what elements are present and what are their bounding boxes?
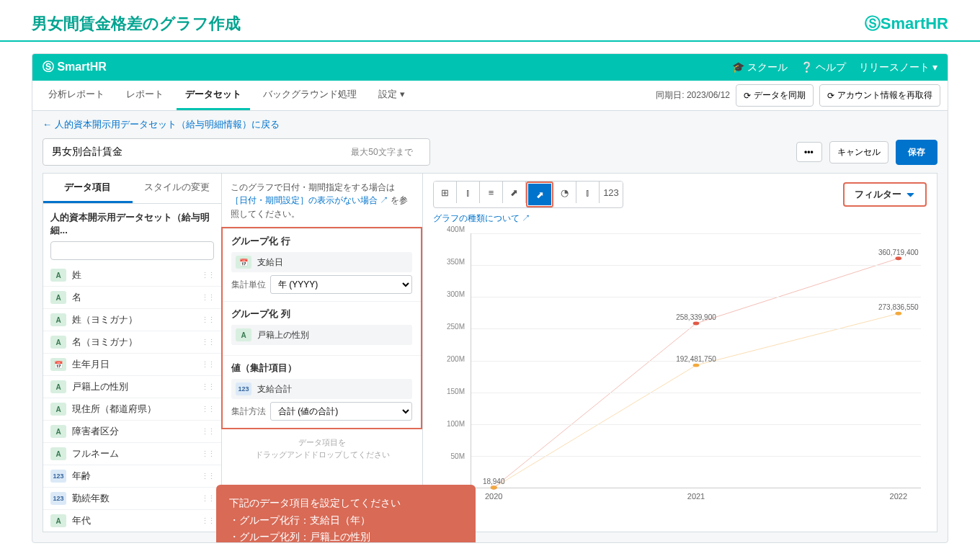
text-type-icon: A <box>50 380 66 393</box>
svg-point-5 <box>895 312 901 315</box>
field-row[interactable]: A現住所（都道府県）⋮⋮ <box>43 398 221 420</box>
field-label: 現住所（都道府県） <box>72 403 201 416</box>
save-button[interactable]: 保存 <box>896 140 937 165</box>
field-label: 年齢 <box>72 470 201 483</box>
field-row[interactable]: A障害者区分⋮⋮ <box>43 420 221 442</box>
field-search-input[interactable] <box>50 241 214 260</box>
y-tick: 200M <box>447 355 465 363</box>
y-tick: 250M <box>447 323 465 331</box>
group-col-title: グループ化 列 <box>231 308 412 321</box>
drag-grip-icon[interactable]: ⋮⋮ <box>201 293 214 303</box>
field-row[interactable]: 📅生年月日⋮⋮ <box>43 353 221 375</box>
topbar-help[interactable]: ❔ ヘルプ <box>801 61 846 74</box>
topbar-logo[interactable]: Ⓢ SmartHR <box>43 60 107 75</box>
filter-icon: ⏷ <box>906 189 915 200</box>
text-type-icon: A <box>50 425 66 438</box>
sync-date-label: 同期日: 2023/06/12 <box>656 89 730 102</box>
drag-grip-icon[interactable]: ⋮⋮ <box>201 315 214 325</box>
brand-logo: ⓈSmartHR <box>865 13 948 35</box>
drag-grip-icon[interactable]: ⋮⋮ <box>201 494 214 503</box>
field-row[interactable]: A姓⋮⋮ <box>43 264 221 286</box>
text-type-icon: A <box>50 269 66 282</box>
text-type-icon: A <box>50 447 66 460</box>
field-label: 生年月日 <box>72 358 201 371</box>
main-tab-2[interactable]: データセット <box>177 81 250 110</box>
topbar-school[interactable]: 🎓 スクール <box>732 61 788 74</box>
field-label: 姓（ヨミガナ） <box>72 313 201 326</box>
drag-grip-icon[interactable]: ⋮⋮ <box>201 405 214 414</box>
subtab-1[interactable]: スタイルの変更 <box>133 174 222 203</box>
value-chip[interactable]: 123支給合計 <box>231 379 412 399</box>
data-label: 192,481,750 <box>676 355 716 363</box>
data-label: 18,940 <box>483 478 505 485</box>
chart-type-btn-7[interactable]: 123 <box>600 182 623 203</box>
unit-label: 集計単位 <box>231 279 266 290</box>
main-tab-1[interactable]: レポート <box>117 81 172 110</box>
main-tab-3[interactable]: バックグラウンド処理 <box>254 81 365 110</box>
drag-grip-icon[interactable]: ⋮⋮ <box>201 338 214 347</box>
chart-type-help-link[interactable]: グラフの種類について ↗ <box>433 212 927 225</box>
dropzone-hint: データ項目をドラッグアンドドロップしてください <box>222 429 422 463</box>
drag-grip-icon[interactable]: ⋮⋮ <box>201 472 214 481</box>
y-tick: 300M <box>447 290 465 298</box>
chart-type-btn-5[interactable]: ◔ <box>553 182 576 203</box>
unit-select[interactable]: 年 (YYYY) <box>270 275 412 294</box>
title-char-hint: 最大50文字まで <box>351 146 412 158</box>
x-tick: 2022 <box>890 492 907 501</box>
number-type-icon: 123 <box>236 382 251 395</box>
chart-type-btn-0[interactable]: ⊞ <box>434 182 457 203</box>
main-tab-4[interactable]: 設定 ▾ <box>370 81 414 110</box>
svg-point-2 <box>895 256 901 260</box>
subtab-0[interactable]: データ項目 <box>43 174 133 203</box>
account-refresh-button[interactable]: ⟳ アカウント情報を再取得 <box>819 84 940 107</box>
date-period-help-link[interactable]: ［日付・期間設定］の表示がない場合 ↗ <box>231 196 388 205</box>
group-row-chip[interactable]: 📅支給日 <box>231 252 412 272</box>
field-row[interactable]: Aフルネーム⋮⋮ <box>43 442 221 465</box>
data-label: 273,836,550 <box>878 303 919 311</box>
drag-grip-icon[interactable]: ⋮⋮ <box>201 382 214 392</box>
filter-button[interactable]: フィルター ⏷ <box>843 182 927 207</box>
x-tick: 2021 <box>687 492 705 501</box>
field-row[interactable]: A戸籍上の性別⋮⋮ <box>43 375 221 398</box>
drag-grip-icon[interactable]: ⋮⋮ <box>201 427 214 436</box>
drag-grip-icon[interactable]: ⋮⋮ <box>201 271 214 280</box>
drag-grip-icon[interactable]: ⋮⋮ <box>201 449 214 459</box>
topbar: Ⓢ SmartHR 🎓 スクール ❔ ヘルプ リリースノート ▾ <box>32 54 948 81</box>
method-select[interactable]: 合計 (値の合計) <box>270 402 412 421</box>
breadcrumb-back-link[interactable]: ← 人的資本開示用データセット（給与明細情報）に戻る <box>32 111 948 138</box>
drag-grip-icon[interactable]: ⋮⋮ <box>201 360 214 369</box>
chart-type-btn-4[interactable]: ⬈ <box>528 184 551 205</box>
cancel-button[interactable]: キャンセル <box>829 141 888 163</box>
group-col-chip[interactable]: A戸籍上の性別 <box>231 325 412 345</box>
text-type-icon: A <box>236 328 251 341</box>
value-title: 値（集計項目） <box>231 362 412 375</box>
main-tab-0[interactable]: 分析レポート <box>40 81 113 110</box>
svg-point-3 <box>491 486 497 490</box>
method-label: 集計方法 <box>231 406 266 417</box>
sync-button[interactable]: ⟳ データを同期 <box>736 84 814 107</box>
field-label: 名 <box>72 291 201 304</box>
topbar-release[interactable]: リリースノート ▾ <box>859 61 937 74</box>
drag-grip-icon[interactable]: ⋮⋮ <box>201 516 214 526</box>
more-menu-button[interactable]: ••• <box>796 142 822 162</box>
text-type-icon: A <box>50 403 66 416</box>
group-row-title: グループ化 行 <box>231 235 412 248</box>
chart-preview-panel: ⊞⫿≡⬈⬈◔⫿123 フィルター ⏷ グラフの種類について ↗ 400M350M… <box>423 173 937 532</box>
data-label: 360,719,400 <box>878 248 919 256</box>
chart-type-btn-2[interactable]: ≡ <box>480 182 503 203</box>
tabbar: 分析レポートレポートデータセットバックグラウンド処理設定 ▾ 同期日: 2023… <box>32 81 948 111</box>
app-frame: Ⓢ SmartHR 🎓 スクール ❔ ヘルプ リリースノート ▾ 分析レポートレ… <box>32 53 948 543</box>
field-row[interactable]: A名⋮⋮ <box>43 286 221 308</box>
field-row[interactable]: 123勤続年数⋮⋮ <box>43 487 221 509</box>
chart-type-btn-1[interactable]: ⫿ <box>457 182 480 203</box>
number-type-icon: 123 <box>50 492 66 505</box>
chart-type-btn-3[interactable]: ⬈ <box>503 182 526 203</box>
field-row[interactable]: A名（ヨミガナ）⋮⋮ <box>43 331 221 353</box>
field-row[interactable]: A姓（ヨミガナ）⋮⋮ <box>43 308 221 331</box>
page-title: 男女間賃金格差のグラフ作成 <box>32 13 241 35</box>
field-row[interactable]: 123年齢⋮⋮ <box>43 465 221 487</box>
instruction-callout: 下記のデータ項目を設定してください ・グループ化行：支給日（年） ・グループ化列… <box>216 485 476 543</box>
field-row[interactable]: A年代⋮⋮ <box>43 509 221 532</box>
field-label: 姓 <box>72 269 201 282</box>
chart-type-btn-6[interactable]: ⫿ <box>576 182 600 203</box>
